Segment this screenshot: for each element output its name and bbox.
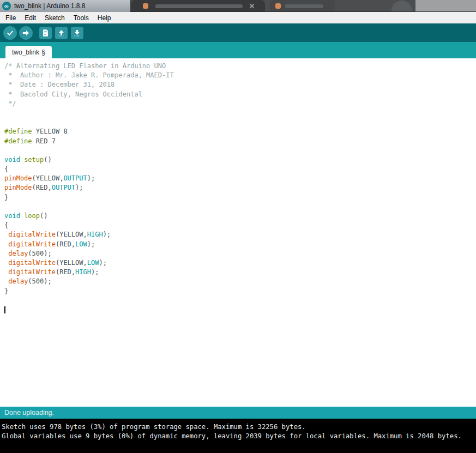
menu-file[interactable]: File: [1, 13, 20, 23]
code-line: */: [4, 99, 476, 108]
close-icon[interactable]: [250, 4, 254, 8]
code-line: {: [4, 221, 476, 230]
code-line: [4, 202, 476, 212]
code-line: [4, 296, 476, 305]
tab-two_blink[interactable]: two_blink §: [5, 46, 52, 58]
toolbar: [0, 23, 476, 42]
code-line: pinMode(RED,OUTPUT);: [4, 183, 476, 192]
code-editor[interactable]: /* Alternating LED Flasher in Arduino UN…: [0, 58, 476, 407]
code-line: digitalWrite(YELLOW,LOW);: [4, 258, 476, 268]
code-line: [4, 118, 476, 127]
console-output[interactable]: Sketch uses 978 bytes (3%) of program st…: [0, 419, 476, 453]
code-line: * Bacolod City, Negros Occidental: [4, 90, 476, 99]
code-line: }: [4, 193, 476, 202]
code-line: [4, 108, 476, 118]
background-browser-tab[interactable]: [270, 0, 335, 12]
menu-tools[interactable]: Tools: [69, 13, 93, 23]
background-window-edge: [415, 0, 476, 12]
code-line: delay(500);: [4, 277, 476, 286]
status-bar: Done uploading.: [0, 407, 476, 419]
open-button[interactable]: [55, 27, 68, 39]
save-button[interactable]: [71, 27, 83, 39]
verify-button[interactable]: [3, 26, 17, 40]
menu-edit[interactable]: Edit: [20, 13, 40, 23]
favicon-icon: [275, 3, 281, 9]
code-line: void setup(): [4, 155, 476, 165]
console-line: Sketch uses 978 bytes (3%) of program st…: [2, 422, 476, 432]
code-line: #define YELLOW 8: [4, 127, 476, 136]
code-line: digitalWrite(YELLOW,HIGH);: [4, 230, 476, 239]
tab-title-blur: [155, 4, 243, 8]
code-line: /* Alternating LED Flasher in Arduino UN…: [4, 62, 476, 71]
favicon-icon: [143, 3, 148, 9]
code-line: }: [4, 287, 476, 296]
tab-title-blur: [285, 4, 323, 8]
code-line: digitalWrite(RED,HIGH);: [4, 268, 476, 277]
status-message: Done uploading.: [4, 409, 54, 416]
arduino-logo-icon: ∞: [2, 2, 11, 10]
code-line: * Author : Mr. Jake R. Pomperada, MAED-I…: [4, 71, 476, 80]
arrow-down-icon: [73, 29, 81, 37]
text-cursor: [4, 306, 5, 313]
code-line: [4, 146, 476, 155]
arrow-up-icon: [57, 29, 65, 37]
menu-help[interactable]: Help: [93, 13, 116, 23]
window-title: two_blink | Arduino 1.8.8: [14, 2, 86, 10]
tab-strip: two_blink §: [0, 42, 476, 58]
background-browser-window: [130, 0, 476, 12]
new-button[interactable]: [39, 27, 52, 39]
console-line: Global variables use 9 bytes (0%) of dyn…: [2, 432, 476, 441]
arduino-ide-window: ∞ two_blink | Arduino 1.8.8 FileEditSket…: [0, 0, 476, 453]
menu-sketch[interactable]: Sketch: [40, 13, 69, 23]
code-line: * Date : December 31, 2018: [4, 80, 476, 89]
code-line: digitalWrite(RED,LOW);: [4, 240, 476, 249]
background-browser-tab[interactable]: [131, 0, 265, 12]
tab-modified-indicator: §: [41, 49, 45, 56]
code-line: void loop(): [4, 212, 476, 221]
code-line: pinMode(YELLOW,OUTPUT);: [4, 174, 476, 183]
arrow-right-icon: [22, 29, 30, 37]
code-line: {: [4, 165, 476, 174]
window-titlebar[interactable]: ∞ two_blink | Arduino 1.8.8: [0, 0, 130, 12]
check-icon: [6, 29, 14, 37]
menu-bar: FileEditSketchToolsHelp: [0, 12, 476, 23]
tab-label: two_blink: [12, 49, 39, 56]
avatar: [391, 1, 412, 12]
code-line: [4, 305, 476, 315]
top-strip: ∞ two_blink | Arduino 1.8.8: [0, 0, 476, 12]
upload-button[interactable]: [19, 26, 33, 40]
code-line: #define RED 7: [4, 137, 476, 146]
code-line: delay(500);: [4, 249, 476, 258]
document-icon: [41, 29, 50, 37]
